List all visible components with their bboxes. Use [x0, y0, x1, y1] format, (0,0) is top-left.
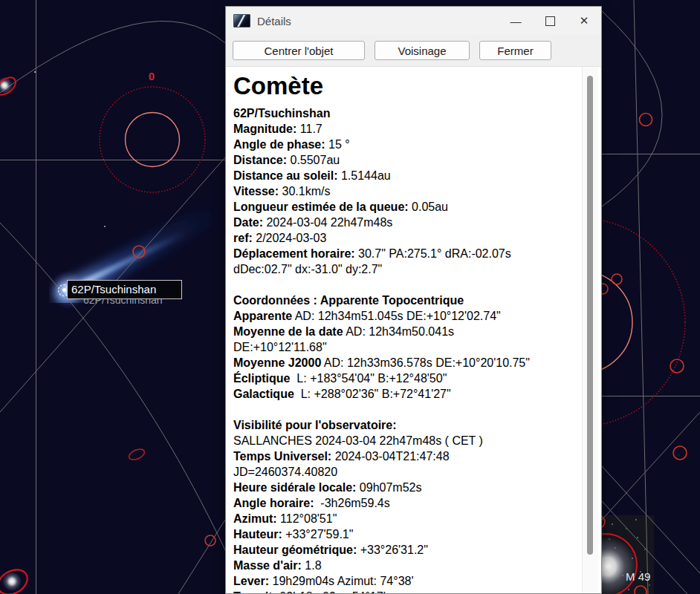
detail-line: JD=2460374.40820: [233, 464, 579, 480]
minimize-button[interactable]: —: [499, 7, 533, 35]
screen: { "colors": { "sky_bg": "#0a0a23", "grid…: [0, 0, 700, 594]
close-button[interactable]: ✕: [567, 7, 601, 35]
detail-line: Moyenne J2000 AD: 12h33m36.578s DE:+10°2…: [233, 355, 579, 371]
detail-line: 62P/Tsuchinshan: [233, 105, 579, 121]
detail-line: Temps Universel: 2024-03-04T21:47:48: [233, 448, 579, 464]
detail-line: Heure sidérale locale: 09h07m52s: [233, 480, 579, 495]
detail-line: ref: 2/2024-03-03: [233, 230, 579, 246]
detail-line: Masse d'air: 1.8: [233, 558, 579, 573]
scrollbar-thumb[interactable]: [587, 76, 593, 555]
detail-lines: 62P/TsuchinshanMagnitude: 11.7Angle de p…: [233, 105, 579, 593]
detail-line: Date: 2024-03-04 22h47m48s: [233, 215, 579, 230]
dialog-title: Détails: [257, 15, 499, 27]
detail-line: Galactique L: +288°02'36" B:+72°41'27": [233, 386, 579, 402]
detail-line: SALLANCHES 2024-03-04 22h47m48s ( CET ): [233, 433, 579, 448]
detail-line: Hauteur: +33°27'59.1": [233, 526, 579, 542]
detail-line: Transit: 02h18m09s +54°17': [233, 589, 579, 593]
maximize-icon: [545, 16, 555, 26]
detail-line: Déplacement horaire: 30.7" PA:275.1° dRA…: [233, 246, 579, 261]
detail-line: Écliptique L: +183°54'04" B:+12°48'50": [233, 371, 579, 386]
detail-line: Hauteur géométrique: +33°26'31.2": [233, 542, 579, 558]
detail-line: Coordonnées : Apparente Topocentrique: [233, 293, 579, 308]
app-comet-icon: [233, 14, 250, 27]
center-object-button[interactable]: Centrer l'objet: [233, 41, 365, 60]
object-type-heading: Comète: [233, 71, 579, 101]
detail-line: Longueur estimée de la queue: 0.05au: [233, 199, 579, 215]
detail-line: Lever: 19h29m04s Azimut: 74°38': [233, 573, 579, 589]
detail-line: Angle horaire: -3h26m59.4s: [233, 495, 579, 511]
detail-line: Visibilité pour l'observatoire:: [233, 417, 579, 433]
m49-label: M 49: [626, 570, 650, 583]
details-content: Comète 62P/TsuchinshanMagnitude: 11.7Ang…: [226, 67, 601, 593]
detail-line: Apparente AD: 12h34m51.045s DE:+10°12'02…: [233, 308, 579, 324]
close-dialog-button[interactable]: Fermer: [479, 41, 551, 60]
dialog-button-bar: Centrer l'objet Voisinage Fermer: [226, 35, 601, 67]
detail-line: Moyenne de la date AD: 12h34m50.041s: [233, 324, 579, 339]
detail-line: Azimut: 112°08'51": [233, 511, 579, 526]
neighborhood-button[interactable]: Voisinage: [375, 41, 470, 60]
detail-line: Magnitude: 11.7: [233, 121, 579, 137]
detail-line: [233, 402, 579, 417]
detail-line: dDec:02.7" dx:-31.0" dy:2.7": [233, 261, 579, 277]
detail-line: Vitesse: 30.1km/s: [233, 183, 579, 199]
dialog-titlebar[interactable]: Détails — ✕: [226, 7, 601, 35]
detail-line: [233, 277, 579, 293]
grid-zero-label: 0: [149, 70, 155, 82]
details-dialog: Détails — ✕ Centrer l'objet Voisinage Fe…: [225, 6, 602, 594]
detail-line: Angle de phase: 15 °: [233, 137, 579, 152]
maximize-button[interactable]: [533, 7, 567, 35]
scrollbar-track[interactable]: [582, 67, 598, 593]
comet-label-box[interactable]: 62P/Tsuchinshan: [67, 280, 182, 299]
detail-line: Distance au soleil: 1.5144au: [233, 168, 579, 183]
detail-line: DE:+10°12'11.68": [233, 339, 579, 355]
detail-line: Distance: 0.5507au: [233, 152, 579, 168]
